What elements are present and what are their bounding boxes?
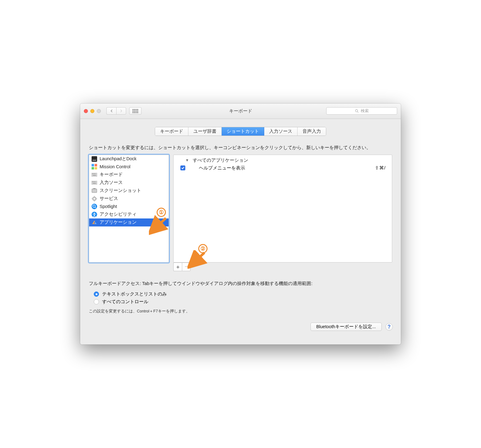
instructions-text: ショートカットを変更するには、ショートカットを選択し、キーコンビネーションをクリ… bbox=[89, 144, 392, 152]
input-source-icon bbox=[92, 180, 97, 185]
spotlight-icon bbox=[92, 204, 97, 209]
fka-description: フルキーボードアクセス: Tabキーを押してウインドウやダイアログ内の操作対象を… bbox=[89, 280, 392, 287]
minimize-window-button[interactable] bbox=[90, 109, 94, 113]
window-controls bbox=[84, 109, 101, 113]
bluetooth-setup-button[interactable]: Bluetoothキーボードを設定... bbox=[310, 323, 382, 331]
svg-rect-23 bbox=[94, 196, 95, 197]
svg-rect-16 bbox=[93, 181, 94, 182]
svg-line-1 bbox=[357, 112, 358, 112]
tab-user-dictionary[interactable]: ユーザ辞書 bbox=[188, 127, 222, 136]
svg-point-27 bbox=[92, 204, 97, 209]
category-keyboard[interactable]: キーボード bbox=[89, 171, 169, 179]
content: キーボード ユーザ辞書 ショートカット 入力ソース 音声入力 ショートカットを変… bbox=[80, 119, 401, 344]
svg-rect-13 bbox=[93, 175, 96, 176]
show-all-button[interactable] bbox=[129, 107, 142, 115]
back-button[interactable] bbox=[106, 107, 116, 115]
radio-checked-icon[interactable] bbox=[94, 291, 99, 297]
svg-rect-18 bbox=[95, 181, 96, 182]
shortcut-group[interactable]: ▼ すべてのアプリケーション bbox=[174, 157, 392, 164]
category-accessibility[interactable]: アクセシビリティ bbox=[89, 210, 169, 218]
svg-rect-6 bbox=[92, 167, 94, 169]
tab-shortcuts[interactable]: ショートカット bbox=[222, 127, 264, 136]
launchpad-icon bbox=[92, 156, 97, 162]
add-remove-group: ＋ − bbox=[173, 263, 392, 271]
shortcut-keys[interactable]: ⇧⌘/ bbox=[375, 165, 386, 170]
svg-rect-14 bbox=[92, 181, 97, 185]
remove-button[interactable]: − bbox=[182, 263, 191, 271]
fka-radio-group: テキストボックスとリストのみ すべてのコントロール bbox=[94, 290, 392, 306]
titlebar: キーボード 検索 bbox=[80, 104, 401, 119]
svg-rect-4 bbox=[92, 164, 94, 166]
category-launchpad[interactable]: LaunchpadとDock bbox=[89, 155, 169, 163]
svg-point-22 bbox=[93, 198, 95, 200]
preferences-window: キーボード 検索 キーボード ユーザ辞書 ショートカット 入力ソース 音声入力 … bbox=[80, 104, 401, 344]
nav-buttons bbox=[106, 107, 126, 115]
svg-rect-26 bbox=[96, 198, 97, 199]
svg-rect-7 bbox=[95, 167, 97, 169]
application-icon bbox=[92, 220, 97, 225]
search-field[interactable]: 検索 bbox=[326, 107, 397, 115]
mission-control-icon bbox=[92, 164, 97, 169]
disclosure-triangle-icon[interactable]: ▼ bbox=[185, 158, 189, 162]
svg-point-0 bbox=[355, 109, 357, 112]
shortcut-row[interactable]: ヘルプメニューを表示 ⇧⌘/ bbox=[174, 164, 392, 172]
svg-rect-25 bbox=[92, 198, 92, 199]
close-window-button[interactable] bbox=[84, 109, 88, 113]
svg-rect-5 bbox=[95, 164, 97, 166]
svg-rect-8 bbox=[92, 173, 97, 177]
fka-option-textboxes[interactable]: テキストボックスとリストのみ bbox=[94, 290, 392, 298]
svg-rect-10 bbox=[93, 173, 94, 174]
footer: Bluetoothキーボードを設定... ? bbox=[80, 314, 401, 338]
zoom-window-button[interactable] bbox=[97, 109, 101, 113]
svg-rect-12 bbox=[95, 173, 96, 174]
svg-rect-15 bbox=[92, 181, 93, 182]
svg-rect-11 bbox=[94, 173, 95, 174]
search-placeholder: 検索 bbox=[361, 108, 369, 114]
screenshot-icon bbox=[92, 188, 97, 193]
fka-hint: この設定を変更するには、Control＋F7キーを押します。 bbox=[89, 309, 392, 314]
category-services[interactable]: サービス bbox=[89, 195, 169, 203]
category-spotlight[interactable]: Spotlight bbox=[89, 203, 169, 210]
tab-bar: キーボード ユーザ辞書 ショートカット 入力ソース 音声入力 bbox=[80, 127, 401, 136]
svg-rect-2 bbox=[92, 156, 97, 162]
help-button[interactable]: ? bbox=[385, 323, 393, 331]
svg-rect-3 bbox=[92, 160, 96, 161]
accessibility-icon bbox=[92, 212, 97, 217]
forward-button[interactable] bbox=[116, 107, 126, 115]
radio-unchecked-icon[interactable] bbox=[94, 299, 99, 304]
svg-rect-17 bbox=[94, 181, 95, 182]
category-input-sources[interactable]: 入力ソース bbox=[89, 179, 169, 187]
shortcut-label: ヘルプメニューを表示 bbox=[199, 165, 245, 171]
tab-dictation[interactable]: 音声入力 bbox=[298, 127, 326, 136]
svg-rect-24 bbox=[94, 201, 95, 202]
shortcut-list[interactable]: ▼ すべてのアプリケーション ヘルプメニューを表示 ⇧⌘/ bbox=[173, 155, 392, 263]
category-list[interactable]: LaunchpadとDock Mission Control キーボード 入力ソ… bbox=[89, 155, 169, 263]
svg-point-31 bbox=[94, 213, 95, 214]
add-button[interactable]: ＋ bbox=[173, 263, 182, 271]
shortcut-checkbox[interactable] bbox=[180, 165, 185, 170]
category-screenshots[interactable]: スクリーンショット bbox=[89, 187, 169, 195]
search-icon bbox=[355, 109, 359, 113]
svg-rect-19 bbox=[93, 183, 96, 184]
tab-input-sources[interactable]: 入力ソース bbox=[264, 127, 298, 136]
tab-keyboard[interactable]: キーボード bbox=[155, 127, 188, 136]
keyboard-icon bbox=[92, 172, 97, 177]
svg-rect-20 bbox=[92, 189, 97, 193]
fka-option-all-controls[interactable]: すべてのコントロール bbox=[94, 298, 392, 306]
svg-rect-9 bbox=[92, 173, 93, 174]
category-mission-control[interactable]: Mission Control bbox=[89, 163, 169, 171]
gear-icon bbox=[92, 196, 97, 202]
category-applications[interactable]: アプリケーション bbox=[89, 218, 169, 226]
group-label: すべてのアプリケーション bbox=[193, 157, 248, 163]
grid-icon bbox=[133, 109, 138, 113]
